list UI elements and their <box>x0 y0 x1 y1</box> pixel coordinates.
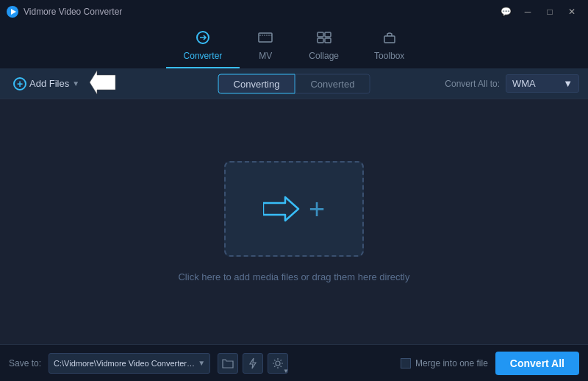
convert-all-button[interactable]: Convert All <box>495 352 579 375</box>
maximize-button[interactable]: □ <box>539 4 560 20</box>
annotation-arrow-svg <box>90 69 141 96</box>
drop-hint[interactable]: Click here to add media files or drag th… <box>178 271 409 282</box>
add-files-dropdown-arrow: ▼ <box>72 79 79 88</box>
collage-tab-label: Collage <box>309 51 339 61</box>
format-value: WMA <box>512 78 536 89</box>
tab-converting[interactable]: Converting <box>218 74 295 93</box>
svg-point-11 <box>276 361 280 366</box>
save-path-dropdown-arrow: ▼ <box>198 359 205 367</box>
svg-rect-8 <box>384 36 395 43</box>
mv-icon <box>257 31 273 48</box>
save-path-container[interactable]: C:\Vidmore\Vidmore Video Converter\Conve… <box>49 353 210 374</box>
save-path-text: C:\Vidmore\Vidmore Video Converter\Conve… <box>54 359 195 368</box>
tab-converter[interactable]: Converter <box>166 26 240 68</box>
window-controls: 💬 ─ □ ✕ <box>495 4 582 20</box>
subtoolbar: + Add Files ▼ Converting Converted Conve… <box>0 68 588 99</box>
add-files-label: Add Files <box>29 78 69 89</box>
converter-icon <box>195 31 211 48</box>
merge-label: Merge into one file <box>415 358 488 368</box>
svg-rect-3 <box>259 33 272 42</box>
svg-marker-9 <box>90 71 115 94</box>
minimize-button[interactable]: ─ <box>517 4 538 20</box>
tab-converted[interactable]: Converted <box>295 74 370 93</box>
converter-tab-label: Converter <box>184 51 223 61</box>
app-icon <box>6 5 19 18</box>
folder-icon-button[interactable] <box>218 353 238 374</box>
svg-rect-6 <box>318 38 323 43</box>
collage-icon <box>316 31 332 48</box>
convert-all-to-label: Convert All to: <box>445 79 500 89</box>
sub-tabs: Converting Converted <box>218 74 370 93</box>
close-button[interactable]: ✕ <box>562 4 582 20</box>
tab-toolbox[interactable]: Toolbox <box>356 26 422 68</box>
subtoolbar-right: Convert All to: WMA ▼ <box>445 74 579 93</box>
toolbox-icon <box>381 31 398 48</box>
save-to-label: Save to: <box>9 358 41 368</box>
svg-rect-4 <box>318 32 323 37</box>
converting-tab-label: Converting <box>234 78 280 89</box>
tab-collage[interactable]: Collage <box>291 26 356 68</box>
svg-rect-7 <box>325 38 331 43</box>
tab-mv[interactable]: MV <box>240 26 291 68</box>
format-dropdown[interactable]: WMA ▼ <box>506 74 579 93</box>
svg-marker-10 <box>263 197 298 221</box>
nav-tabs: Converter MV Collage Toolb <box>0 24 588 68</box>
merge-container: Merge into one file <box>401 358 488 368</box>
toolbox-tab-label: Toolbox <box>374 51 404 61</box>
merge-checkbox[interactable] <box>401 358 411 368</box>
add-files-button[interactable]: + Add Files ▼ <box>9 74 84 93</box>
title-bar: Vidmore Video Converter 💬 ─ □ ✕ <box>0 0 588 24</box>
drop-zone[interactable]: + <box>224 161 364 257</box>
mv-tab-label: MV <box>259 51 272 61</box>
arrow-annotation <box>90 69 141 99</box>
format-dropdown-arrow: ▼ <box>563 78 573 89</box>
bottom-icons: ▼ <box>218 353 288 374</box>
chat-button[interactable]: 💬 <box>495 4 516 20</box>
drop-arrow-icon <box>263 196 300 222</box>
add-files-plus-icon: + <box>13 77 26 90</box>
settings-dropdown-indicator: ▼ <box>283 368 289 374</box>
flash-icon <box>248 357 258 369</box>
settings-icon <box>272 357 284 369</box>
app-title: Vidmore Video Converter <box>24 7 495 17</box>
main-content: + Click here to add media files or drag … <box>0 99 588 344</box>
bottom-bar: Save to: C:\Vidmore\Vidmore Video Conver… <box>0 344 588 381</box>
settings-icon-button[interactable]: ▼ <box>268 353 288 374</box>
folder-icon <box>222 358 234 368</box>
drop-zone-icons: + <box>263 193 325 225</box>
drop-plus-icon: + <box>309 193 325 225</box>
converted-tab-label: Converted <box>310 78 354 89</box>
svg-rect-5 <box>325 32 331 37</box>
flash-icon-button[interactable] <box>243 353 263 374</box>
